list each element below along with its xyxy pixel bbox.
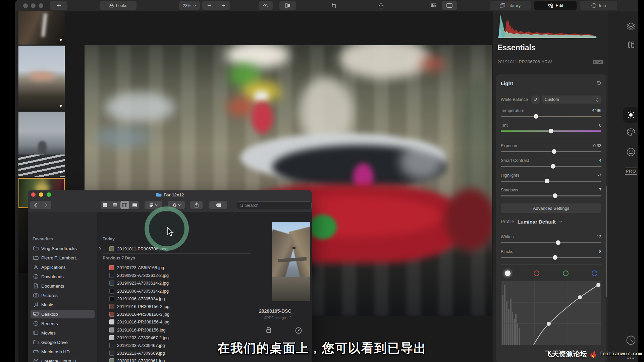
filmstrip-thumbnail[interactable]: ♥ <box>18 11 65 45</box>
slider-thumb[interactable] <box>545 179 549 183</box>
share-button[interactable] <box>190 201 203 209</box>
filmstrip-thumbnail[interactable]: ♥ <box>18 112 65 177</box>
column-view-button[interactable] <box>120 201 129 209</box>
export-button[interactable] <box>373 1 389 10</box>
slider-track[interactable] <box>501 164 601 169</box>
sidebar-item-vlog-soundtracks[interactable]: Vlog Soundtracks <box>31 244 95 253</box>
sidebar-item-desktop[interactable]: Desktop <box>31 310 95 318</box>
before-after-icon <box>285 3 290 8</box>
filmstrip-thumbnail[interactable]: ♥ <box>18 46 65 111</box>
icon-view-button[interactable] <box>101 201 109 209</box>
creative-palette-icon[interactable] <box>627 128 636 137</box>
crop-button[interactable] <box>326 1 342 10</box>
slider-thumb[interactable] <box>553 255 557 260</box>
rotate-button[interactable] <box>266 327 273 335</box>
looks-button[interactable]: Looks <box>100 1 137 10</box>
file-row[interactable]: 20191016-PR308156-3.jpg <box>97 310 256 318</box>
slider-thumb[interactable] <box>551 164 555 169</box>
luminar-toolbar: Looks 23% <box>15 0 638 12</box>
panel-scrollbar[interactable] <box>606 186 607 297</box>
channel-blue[interactable] <box>592 270 597 276</box>
finder-window-title: For 12x12 <box>164 192 184 197</box>
sidebar-item-applications[interactable]: Applications <box>31 263 95 272</box>
sidebar-item-pictures[interactable]: Pictures <box>31 291 95 300</box>
favorite-heart-icon[interactable]: ♥ <box>59 170 62 175</box>
sidebar-item-recents[interactable]: Recents <box>31 319 95 328</box>
file-row[interactable]: 20190923-A7303612-2.jpg <box>97 272 256 279</box>
add-photos-button[interactable] <box>50 1 67 10</box>
tags-button[interactable] <box>209 201 227 209</box>
slider-thumb[interactable] <box>534 114 538 119</box>
sidebar-item-label: Movies <box>41 330 56 336</box>
slider-track[interactable] <box>501 255 601 260</box>
tab-edit[interactable]: Edit <box>534 1 577 10</box>
reset-icon[interactable] <box>596 81 601 85</box>
tag-icon <box>215 203 221 207</box>
window-minimize-button[interactable] <box>31 3 36 8</box>
slider-thumb[interactable] <box>553 193 557 198</box>
slider-thumb[interactable] <box>549 129 553 133</box>
slider-track[interactable] <box>501 240 601 245</box>
zoom-level-dropdown[interactable]: 23% <box>179 1 200 10</box>
window-zoom-button[interactable] <box>39 3 43 8</box>
pro-tools-icon[interactable]: PRO <box>625 168 637 175</box>
file-row[interactable]: 20191016-PR308156-4.jpg <box>97 318 256 326</box>
forward-button[interactable] <box>41 201 51 209</box>
slider-track[interactable] <box>501 149 601 154</box>
curve-channel-selector <box>501 269 601 277</box>
slider-track[interactable] <box>501 129 601 133</box>
markup-button[interactable] <box>295 327 302 335</box>
gallery-view-button[interactable] <box>427 1 440 10</box>
tone-curve[interactable] <box>501 281 601 345</box>
file-row[interactable]: 20191016-PR308156.jpg <box>97 326 256 334</box>
slider-value: 13 <box>597 235 601 239</box>
search-field[interactable]: Search <box>237 201 312 209</box>
white-balance-select[interactable]: Custom <box>542 96 601 104</box>
slider-track[interactable] <box>501 179 601 183</box>
tab-library[interactable]: Library <box>490 1 531 10</box>
slider-thumb[interactable] <box>552 149 556 154</box>
back-button[interactable] <box>30 201 41 209</box>
file-row[interactable]: 20191006-A7305034.jpg <box>97 295 256 303</box>
list-view-button[interactable] <box>111 201 119 209</box>
file-row[interactable]: 20191006-A7305034-2.jpg <box>97 287 256 295</box>
file-row[interactable]: 20200102-A7309861.jpg <box>97 357 256 362</box>
channel-luminance[interactable] <box>505 270 511 276</box>
sidebar-item-music[interactable]: Music <box>31 300 95 309</box>
finder-titlebar[interactable]: For 12x12 <box>28 190 312 199</box>
sidebar-item-creative-cloud-fi-[interactable]: Creative Cloud Fi... <box>31 357 95 362</box>
quick-preview-button[interactable] <box>259 1 273 10</box>
profile-dropdown[interactable]: Luminar Default <box>518 219 556 225</box>
favorite-heart-icon[interactable]: ♥ <box>59 38 62 43</box>
file-name: 20191016-PR308156-3.jpg <box>117 312 169 317</box>
slider-value: 4496 <box>592 108 601 113</box>
sidebar-item-pierre-t-lambert-[interactable]: Pierre T. Lambert... <box>31 253 95 262</box>
tab-info[interactable]: Info <box>580 1 617 10</box>
slider-track[interactable] <box>501 114 601 119</box>
sidebar-item-downloads[interactable]: Downloads <box>31 272 95 281</box>
portrait-face-icon[interactable] <box>627 147 636 157</box>
gallery-view-button[interactable] <box>130 201 139 209</box>
file-row[interactable]: 20191016-PR308156-2.jpg <box>97 303 256 310</box>
file-row[interactable]: 20190923-A7303614-2.jpg <box>97 279 256 287</box>
sidebar-item-documents[interactable]: Documents <box>31 282 95 290</box>
advanced-settings-button[interactable]: Advanced Settings <box>501 203 601 213</box>
file-row[interactable]: 20190723-AS5I5168.jpg <box>97 264 256 272</box>
window-close-button[interactable] <box>23 3 28 8</box>
slider-thumb[interactable] <box>556 240 560 245</box>
channel-red[interactable] <box>534 270 539 276</box>
sidebar-item-movies[interactable]: Movies <box>31 328 95 337</box>
zoom-out-button[interactable] <box>202 1 216 10</box>
edit-tools-icon[interactable] <box>627 41 635 49</box>
preview-thumbnail[interactable] <box>272 222 310 301</box>
single-view-button[interactable] <box>442 1 457 10</box>
favorite-heart-icon[interactable]: ♥ <box>59 104 62 109</box>
compare-button[interactable] <box>279 1 296 10</box>
file-thumbnail-icon <box>109 327 114 333</box>
slider-track[interactable] <box>501 193 601 198</box>
zoom-in-button[interactable] <box>216 1 230 10</box>
essentials-sun-icon[interactable] <box>623 107 638 123</box>
layers-icon[interactable] <box>627 22 635 30</box>
white-balance-eyedropper[interactable] <box>531 96 540 104</box>
channel-green[interactable] <box>563 270 569 276</box>
